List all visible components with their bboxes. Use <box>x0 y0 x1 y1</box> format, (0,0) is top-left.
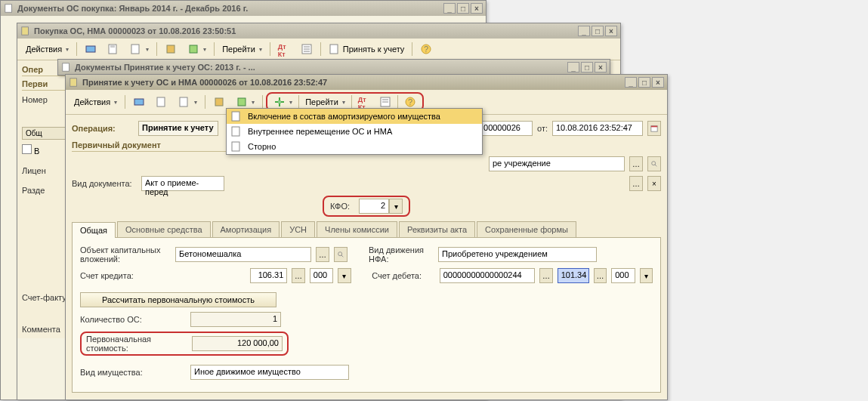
property-type-input[interactable]: Иное движимое имущество <box>190 365 349 380</box>
ellipsis-button[interactable]: … <box>539 268 553 283</box>
movement-type-input[interactable]: Приобретено учреждением <box>438 247 597 262</box>
date-picker-button[interactable] <box>647 121 661 136</box>
kfo-input[interactable]: 2 <box>359 199 389 214</box>
capital-obj-label: Объект капитальных вложений: <box>80 245 171 264</box>
doc-icon <box>69 77 79 88</box>
svg-rect-28 <box>232 127 239 136</box>
min-button[interactable]: _ <box>443 3 456 14</box>
credit-account-input[interactable]: 106.31 <box>250 268 287 283</box>
max-button[interactable]: □ <box>592 26 604 36</box>
svg-rect-6 <box>190 45 197 53</box>
operation-value: Принятие к учету <box>138 121 218 136</box>
svg-rect-17 <box>157 97 165 106</box>
tool-icon-2[interactable] <box>103 41 124 57</box>
tab-commission[interactable]: Члены комиссии <box>317 221 397 237</box>
debit-account-input1[interactable]: 00000000000000244 <box>440 268 535 283</box>
svg-rect-5 <box>167 45 175 53</box>
title-win2: Покупка ОС, НМА 00000023 от 10.08.2016 2… <box>34 26 236 35</box>
window-accept-os: Принятие к учету ОС и НМА 00000026 от 10… <box>65 74 668 400</box>
ellipsis-button[interactable]: … <box>594 268 607 283</box>
doc-icon <box>231 111 242 122</box>
svg-rect-19 <box>215 98 223 106</box>
max-button[interactable]: □ <box>581 62 593 72</box>
kfo-dropdown-button[interactable]: ▾ <box>389 199 403 214</box>
help-icon[interactable]: ? <box>415 41 437 57</box>
open-button[interactable] <box>647 156 661 171</box>
capital-obj-input[interactable]: Бетономешалка <box>175 247 311 262</box>
dropdown-button[interactable]: ▾ <box>338 268 351 283</box>
tool-icon-1[interactable] <box>80 41 101 57</box>
tabs: Общая Основные средства Амортизация УСН … <box>72 221 661 238</box>
ellipsis-button[interactable]: … <box>629 176 643 191</box>
goto-menu[interactable]: Перейти <box>301 95 350 109</box>
actions-menu[interactable]: Действия <box>21 42 73 56</box>
title-win4: Принятие к учету ОС и НМА 00000026 от 10… <box>82 78 327 87</box>
svg-line-33 <box>655 165 657 167</box>
actions-menu[interactable]: Действия <box>70 95 122 109</box>
ellipsis-button[interactable]: … <box>292 268 305 283</box>
svg-rect-2 <box>86 46 95 52</box>
credit-account-sub[interactable]: 000 <box>310 268 333 283</box>
dropdown-item-internal-move[interactable]: Внутреннее перемещение ОС и НМА <box>227 124 482 139</box>
open-button[interactable] <box>334 247 348 262</box>
tab-requisites[interactable]: Реквизиты акта <box>399 221 475 237</box>
min-button[interactable]: _ <box>567 62 579 72</box>
titlebar-win2: Покупка ОС, НМА 00000023 от 10.08.2016 2… <box>17 23 620 39</box>
accept-button[interactable]: Принять к учету <box>324 41 409 57</box>
tool-dk-icon[interactable]: ДтКт <box>273 41 295 57</box>
max-button[interactable]: □ <box>638 77 650 88</box>
debit-account-label: Счет дебета: <box>372 271 434 280</box>
goto-menu[interactable]: Перейти <box>218 42 267 56</box>
clear-button[interactable]: × <box>647 176 661 191</box>
title-win3: Документы Принятие к учету ОС: 2013 г. -… <box>75 63 255 72</box>
tool-icon-5[interactable] <box>183 41 211 57</box>
tool-doc-icon[interactable] <box>174 94 202 110</box>
min-button[interactable]: _ <box>625 77 637 88</box>
titlebar-win4: Принятие к учету ОС и НМА 00000026 от 10… <box>66 75 667 90</box>
tool-icon-3[interactable] <box>125 41 153 57</box>
tab-amortization[interactable]: Амортизация <box>212 221 280 237</box>
svg-rect-16 <box>134 99 144 105</box>
checkbox-v[interactable] <box>22 144 32 154</box>
debit-account-input2[interactable]: 101.34 <box>558 268 589 283</box>
calc-initial-cost-button[interactable]: Рассчитать первоначальную стоимость <box>80 292 276 307</box>
ot-label: от: <box>537 124 548 133</box>
operation-label: Операция: <box>72 124 134 133</box>
kfo-label: КФО: <box>330 202 350 211</box>
ellipsis-button[interactable]: … <box>629 156 643 171</box>
doc-type-input[interactable]: Акт о приеме-перед <box>141 176 224 191</box>
tab-general[interactable]: Общая <box>72 222 116 238</box>
close-button[interactable]: × <box>595 62 607 72</box>
close-button[interactable]: × <box>471 3 483 14</box>
svg-rect-0 <box>5 5 12 13</box>
tool-copy-icon[interactable] <box>151 94 172 110</box>
debit-account-input3[interactable]: 000 <box>611 268 635 283</box>
close-button[interactable]: × <box>605 26 617 36</box>
dropdown-item-amortization[interactable]: Включение в состав амортизируемого имуще… <box>227 109 482 124</box>
dropdown-item-storno[interactable]: Сторно <box>227 139 482 154</box>
tool-icon-4[interactable] <box>160 41 181 57</box>
svg-rect-20 <box>238 98 246 106</box>
tool-list-icon[interactable] <box>296 41 317 57</box>
initial-cost-label: Первоначальная стоимость: <box>86 335 187 353</box>
svg-text:?: ? <box>424 45 428 54</box>
max-button[interactable]: □ <box>457 3 469 14</box>
tab-saved-forms[interactable]: Сохраненные формы <box>477 221 576 237</box>
svg-rect-11 <box>330 45 338 54</box>
os-qty-label: Количество ОС: <box>80 315 186 324</box>
doc-icon <box>231 141 242 152</box>
ellipsis-button[interactable]: … <box>316 247 329 262</box>
tab-content-general: Объект капитальных вложений: Бетономешал… <box>72 238 661 393</box>
dropdown-button[interactable]: ▾ <box>640 268 653 283</box>
date-input[interactable]: 10.08.2016 23:52:47 <box>552 121 643 136</box>
min-button[interactable]: _ <box>578 26 590 36</box>
app-icon <box>61 62 72 72</box>
close-button[interactable]: × <box>652 77 664 88</box>
institution-input[interactable]: ре учреждение <box>489 156 625 171</box>
initial-cost-value: 120 000,00 <box>192 336 283 351</box>
create-dropdown: Включение в состав амортизируемого имуще… <box>226 108 483 155</box>
tab-fixed-assets[interactable]: Основные средства <box>117 221 211 237</box>
tool-save-icon[interactable] <box>128 94 150 110</box>
tab-usn[interactable]: УСН <box>281 221 315 237</box>
num-input[interactable]: 00000026 <box>480 121 533 136</box>
